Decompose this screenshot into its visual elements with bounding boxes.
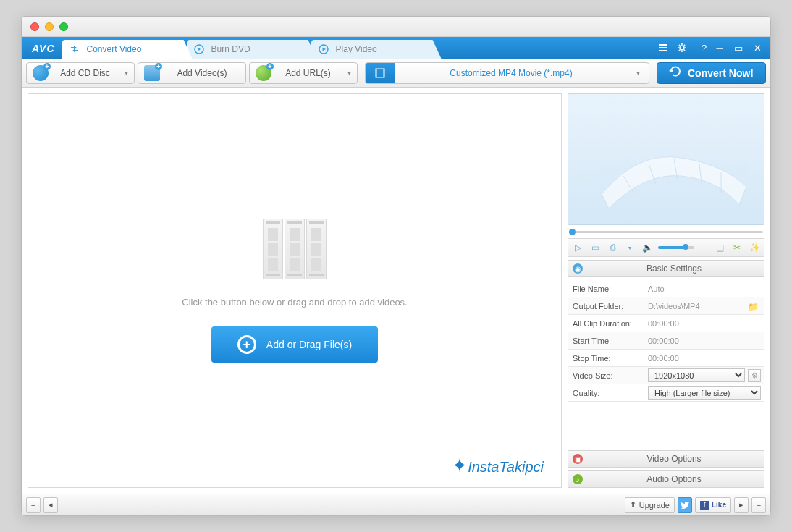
tab-label: Convert Video — [87, 44, 142, 54]
button-label: Add CD Disc — [53, 68, 117, 78]
gear-icon[interactable]: ⚙ — [748, 369, 761, 382]
setting-start-time: Start Time: 00:00:00 — [568, 332, 764, 350]
effects-button[interactable]: ✨ — [748, 241, 761, 254]
add-cd-disc-button[interactable]: + Add CD Disc ▾ — [26, 62, 135, 84]
trim-button[interactable]: ✂ — [730, 241, 743, 254]
globe-plus-icon: + — [256, 65, 271, 81]
filmstrip-placeholder-icon — [263, 219, 327, 279]
facebook-icon: f — [700, 501, 709, 510]
chevron-down-icon: ▾ — [628, 69, 649, 77]
tab-label: Play Video — [336, 44, 377, 54]
tab-burn-dvd[interactable]: Burn DVD — [187, 40, 317, 59]
tab-label: Burn DVD — [211, 44, 250, 54]
drop-hint-text: Click the button below or drag and drop … — [182, 297, 407, 308]
basic-settings-header[interactable]: ◉ Basic Settings — [568, 260, 764, 277]
watermark: ✦InstaTakipci — [452, 455, 544, 477]
crop-button[interactable]: ◫ — [713, 241, 726, 254]
disc-icon — [194, 44, 204, 54]
svg-rect-4 — [659, 47, 667, 48]
play-button[interactable]: ▷ — [571, 241, 584, 254]
svg-rect-3 — [659, 44, 667, 46]
seek-bar[interactable] — [568, 228, 764, 235]
toggle-panel-right-button[interactable]: ≡ — [751, 497, 766, 513]
convert-icon — [69, 44, 80, 54]
plus-circle-icon: + — [237, 335, 256, 354]
facebook-like-button[interactable]: f Like — [695, 497, 731, 513]
svg-rect-9 — [383, 69, 384, 77]
film-icon — [366, 62, 395, 84]
app-window: AVC Convert Video Burn DVD Play Video ? … — [21, 16, 771, 516]
setting-video-size: Video Size: 1920x1080 ⚙ — [568, 367, 764, 384]
output-profile-selector[interactable]: Customized MP4 Movie (*.mp4) ▾ — [365, 62, 649, 84]
setting-output-folder: Output Folder: D:\videos\MP4📁 — [568, 297, 764, 315]
snapshot-button[interactable]: ⎙ — [606, 241, 619, 254]
header-label: Audio Options — [589, 474, 759, 484]
stop-button[interactable]: ▭ — [589, 241, 602, 254]
button-label: Convert Now! — [688, 67, 754, 79]
minimize-window-icon[interactable] — [45, 22, 54, 31]
twitter-button[interactable] — [678, 497, 692, 513]
side-panel: ▷ ▭ ⎙ ▾ 🔈 ◫ ✂ ✨ ◉ Basic Settings File Na… — [568, 93, 764, 488]
refresh-icon — [669, 65, 682, 80]
window-controls: ? ─ ▭ ✕ — [656, 37, 764, 59]
chevron-down-icon: ▾ — [125, 69, 128, 77]
folder-icon[interactable]: 📁 — [748, 302, 759, 311]
maximize-icon[interactable]: ▭ — [731, 41, 746, 54]
tab-bar: AVC Convert Video Burn DVD Play Video ? … — [22, 37, 770, 59]
button-label: Add Video(s) — [164, 68, 240, 78]
chevron-down-icon[interactable]: ▾ — [623, 241, 636, 254]
button-label: Like — [712, 501, 726, 509]
close-window-icon[interactable] — [30, 22, 39, 31]
video-size-select[interactable]: 1920x1080 — [648, 368, 745, 382]
header-label: Basic Settings — [589, 263, 759, 274]
upgrade-button[interactable]: ⬆ Upgrade — [625, 497, 675, 513]
video-options-header[interactable]: ▣ Video Options — [568, 450, 764, 468]
button-label: Add or Drag File(s) — [266, 339, 352, 350]
toggle-panel-left-button[interactable]: ≡ — [26, 497, 41, 513]
setting-file-name: File Name: Auto — [568, 280, 764, 297]
video-icon: ▣ — [573, 454, 583, 464]
audio-options-header[interactable]: ♪ Audio Options — [568, 470, 764, 488]
drop-zone[interactable]: Click the button below or drag and drop … — [28, 93, 562, 488]
setting-clip-duration: All Clip Duration: 00:00:00 — [568, 315, 764, 332]
button-label: Add URL(s) — [276, 68, 340, 78]
filmstrip-curl-icon — [594, 136, 754, 216]
options-icon[interactable] — [656, 41, 670, 54]
audio-icon: ♪ — [573, 474, 583, 484]
setting-stop-time: Stop Time: 00:00:00 — [568, 350, 764, 367]
gear-icon[interactable] — [675, 41, 689, 54]
main-body: Click the button below or drag and drop … — [22, 88, 770, 494]
chevron-down-icon: ▾ — [347, 69, 351, 77]
convert-now-button[interactable]: Convert Now! — [657, 62, 766, 84]
help-icon[interactable]: ? — [694, 41, 708, 54]
button-label: Upgrade — [639, 501, 670, 510]
tab-convert-video[interactable]: Convert Video — [62, 40, 193, 59]
svg-point-6 — [680, 46, 684, 50]
volume-slider[interactable] — [658, 246, 694, 249]
collapse-left-button[interactable]: ◂ — [43, 497, 58, 513]
expand-right-button[interactable]: ▸ — [734, 497, 749, 513]
svg-rect-8 — [376, 69, 377, 77]
upload-icon: ⬆ — [630, 500, 636, 510]
profile-label: Customized MP4 Movie (*.mp4) — [395, 68, 628, 78]
titlebar — [22, 17, 770, 37]
minimize-icon[interactable]: ─ — [712, 41, 727, 54]
svg-point-1 — [198, 48, 200, 51]
basic-settings-panel: File Name: Auto Output Folder: D:\videos… — [568, 280, 764, 402]
volume-icon[interactable]: 🔈 — [641, 241, 654, 254]
add-urls-button[interactable]: + Add URL(s) ▾ — [249, 62, 358, 84]
status-bar: ≡ ◂ ⬆ Upgrade f Like ▸ ≡ — [22, 494, 770, 515]
preview-pane — [568, 93, 764, 225]
zoom-window-icon[interactable] — [59, 22, 68, 31]
tab-play-video[interactable]: Play Video — [311, 40, 442, 59]
player-controls: ▷ ▭ ⎙ ▾ 🔈 ◫ ✂ ✨ — [568, 238, 764, 257]
add-or-drag-files-button[interactable]: + Add or Drag File(s) — [211, 326, 378, 363]
disc-plus-icon: + — [33, 65, 49, 81]
setting-quality: Quality: High (Larger file size) — [568, 384, 764, 402]
play-icon — [319, 44, 329, 54]
close-icon[interactable]: ✕ — [750, 41, 764, 54]
quality-select[interactable]: High (Larger file size) — [648, 386, 761, 400]
file-plus-icon: + — [144, 65, 160, 81]
add-videos-button[interactable]: + Add Video(s) — [138, 62, 246, 84]
header-label: Video Options — [589, 454, 759, 464]
